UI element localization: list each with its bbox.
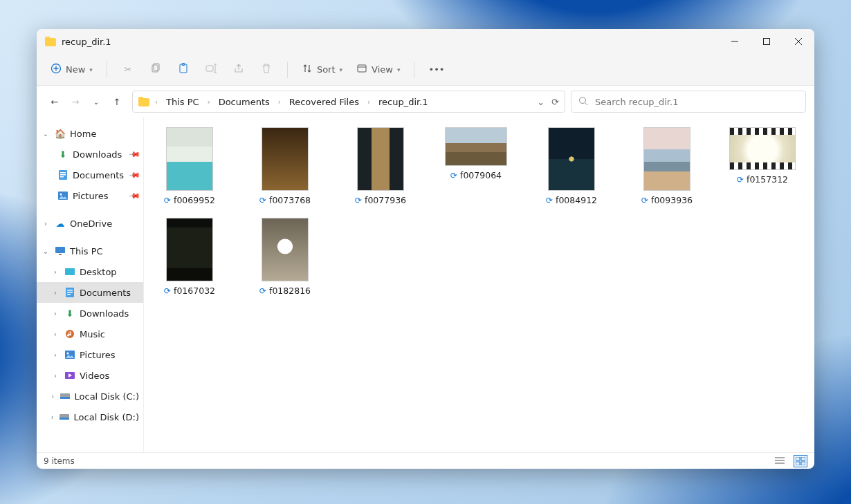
pictures-icon [57,191,68,200]
back-button[interactable]: ← [45,92,64,111]
sidebar-item-local-disk-d[interactable]: › Local Disk (D:) [37,407,143,427]
expand-icon[interactable]: › [51,393,55,400]
file-item[interactable]: ⟳f0084912 [538,127,605,205]
expand-icon[interactable]: › [51,413,55,421]
maximize-button[interactable] [751,29,783,54]
chevron-down-icon: ⌄ [93,98,99,106]
svg-rect-31 [801,457,805,460]
file-name: f0093936 [651,195,693,205]
recent-locations-button[interactable]: ⌄ [86,92,106,111]
sidebar-item-home[interactable]: ⌄ 🏠 Home [37,123,143,144]
sidebar-item-downloads-pc[interactable]: › ⬇ Downloads [37,303,143,324]
share-icon [233,63,244,76]
sidebar-item-onedrive[interactable]: › ☁ OneDrive [37,213,143,234]
sidebar-item-thispc[interactable]: ⌄ This PC [37,241,143,261]
image-thumbnail [262,127,309,191]
expand-icon[interactable]: › [41,220,51,227]
paste-button[interactable] [171,58,196,82]
drive-icon [60,393,71,400]
new-button[interactable]: New ▾ [45,58,98,82]
address-bar[interactable]: › This PC › Documents › Recovered Files … [132,91,565,113]
chevron-down-icon[interactable]: ⌄ [537,97,545,107]
file-item[interactable]: ⟳f0093936 [634,127,700,205]
download-icon: ⬇ [57,149,68,160]
documents-icon [57,169,68,180]
file-item[interactable]: ⟳f0182816 [252,218,318,296]
navigation-bar: ← → ⌄ ↑ › This PC › Documents › Recovere… [37,86,814,118]
cloud-icon: ☁ [55,218,66,229]
home-icon: 🏠 [55,129,66,139]
expand-icon[interactable]: › [51,351,60,359]
expand-icon[interactable]: ⌄ [41,248,51,255]
pin-icon: 📌 [127,168,140,181]
svg-rect-21 [67,294,71,295]
navigation-pane[interactable]: ⌄ 🏠 Home ⬇ Downloads 📌 Documents 📌 Pictu… [37,118,144,452]
sync-icon: ⟳ [641,196,648,205]
file-item[interactable]: ⟳f0069952 [156,127,223,205]
refresh-button[interactable]: ⟳ [551,97,559,107]
sidebar-item-documents-pc[interactable]: › Documents [37,282,143,303]
file-item[interactable]: ⟳f0073768 [252,127,318,205]
svg-rect-12 [60,176,64,178]
file-item[interactable]: ⟳f0157312 [729,127,796,205]
separator [287,62,288,78]
desktop-icon [64,268,75,276]
details-view-button[interactable] [773,455,787,467]
image-thumbnail [643,127,690,191]
sort-button[interactable]: Sort ▾ [296,58,348,82]
svg-point-24 [67,353,69,355]
music-icon [64,329,75,339]
sidebar-item-downloads[interactable]: ⬇ Downloads 📌 [37,144,143,165]
cut-button[interactable]: ✂ [116,58,140,82]
sidebar-item-pictures-pc[interactable]: › Pictures [37,344,143,365]
image-thumbnail [357,127,404,191]
expand-icon[interactable]: › [51,372,60,380]
breadcrumb-segment[interactable]: Recovered Files [286,95,362,109]
file-list-pane[interactable]: ⟳f0069952⟳f0073768⟳f0077936⟳f0079064⟳f00… [144,118,814,452]
sidebar-item-music[interactable]: › Music [37,324,143,344]
expand-icon[interactable]: › [51,330,60,338]
documents-icon [64,287,75,298]
chevron-down-icon: ▾ [340,66,343,73]
file-name: f0157312 [747,174,788,185]
breadcrumb-segment[interactable]: recup_dir.1 [376,95,431,109]
expand-icon[interactable]: › [51,310,60,317]
thumbnails-view-button[interactable] [794,455,807,467]
breadcrumb-segment[interactable]: This PC [163,95,202,109]
minimize-button[interactable] [719,29,751,54]
copy-button[interactable] [143,58,168,82]
search-input[interactable] [594,96,798,108]
sidebar-item-videos[interactable]: › Videos [37,365,143,386]
breadcrumb-segment[interactable]: Documents [216,95,273,109]
chevron-down-icon: ▾ [89,66,93,73]
image-thumbnail [548,127,595,191]
sidebar-item-desktop[interactable]: › Desktop [37,261,143,282]
forward-button[interactable]: → [66,92,85,111]
view-button[interactable]: View ▾ [351,58,405,82]
expand-icon[interactable]: › [51,289,60,297]
sidebar-item-local-disk-c[interactable]: › Local Disk (C:) [37,386,143,407]
sidebar-item-documents[interactable]: Documents 📌 [37,165,143,185]
share-button[interactable] [226,58,251,82]
svg-rect-19 [67,290,73,291]
rename-button[interactable] [199,58,223,82]
image-thumbnail [445,127,507,166]
up-button[interactable]: ↑ [107,92,127,111]
more-button[interactable]: ••• [423,58,450,82]
file-name: f0084912 [556,195,597,205]
svg-point-8 [580,97,586,103]
titlebar[interactable]: recup_dir.1 [37,29,814,54]
window-title: recup_dir.1 [62,37,111,47]
file-item[interactable]: ⟳f0077936 [347,127,414,205]
delete-button[interactable] [254,58,279,82]
expand-icon[interactable]: › [51,268,60,276]
sync-icon: ⟳ [546,196,553,205]
close-button[interactable] [783,29,814,54]
svg-rect-11 [60,174,66,176]
search-box[interactable] [571,91,806,113]
expand-icon[interactable]: ⌄ [41,130,51,138]
file-item[interactable]: ⟳f0167032 [156,218,223,296]
rename-icon [205,63,217,76]
file-item[interactable]: ⟳f0079064 [443,127,509,205]
sidebar-item-pictures[interactable]: Pictures 📌 [37,185,143,206]
